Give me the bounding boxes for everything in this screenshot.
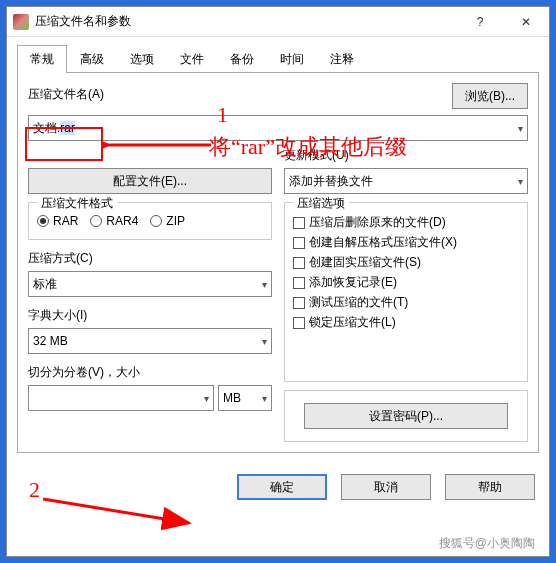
profiles-button[interactable]: 配置文件(E)... [28, 168, 272, 194]
opt-solid[interactable]: 创建固实压缩文件(S) [293, 254, 519, 271]
dict-combo[interactable]: 32 MB ▾ [28, 328, 272, 354]
close-button[interactable]: ✕ [503, 7, 549, 37]
dict-value: 32 MB [33, 334, 68, 348]
cancel-button[interactable]: 取消 [341, 474, 431, 500]
method-value: 标准 [33, 276, 57, 293]
chevron-down-icon: ▾ [262, 336, 267, 347]
chevron-down-icon: ▾ [518, 176, 523, 187]
password-group: 设置密码(P)... [284, 390, 528, 442]
help-footer-button[interactable]: 帮助 [445, 474, 535, 500]
radio-rar4[interactable]: RAR4 [90, 214, 138, 228]
radio-zip[interactable]: ZIP [150, 214, 185, 228]
tab-time[interactable]: 时间 [267, 45, 317, 73]
method-combo[interactable]: 标准 ▾ [28, 271, 272, 297]
tab-backup[interactable]: 备份 [217, 45, 267, 73]
update-mode-value: 添加并替换文件 [289, 173, 373, 190]
chevron-down-icon: ▾ [262, 393, 267, 404]
update-mode-label: 更新模式(U) [284, 147, 528, 164]
browse-button[interactable]: 浏览(B)... [452, 83, 528, 109]
tab-files[interactable]: 文件 [167, 45, 217, 73]
tab-options[interactable]: 选项 [117, 45, 167, 73]
split-unit-combo[interactable]: MB ▾ [218, 385, 272, 411]
format-group-title: 压缩文件格式 [37, 195, 117, 212]
tab-advanced[interactable]: 高级 [67, 45, 117, 73]
tab-panel: 压缩文件名(A) 浏览(B)... 文档.rar ▾ 配置文件(E)... 更新… [17, 72, 539, 453]
tab-general[interactable]: 常规 [17, 45, 67, 73]
help-button[interactable]: ? [457, 7, 503, 37]
dict-label: 字典大小(I) [28, 307, 272, 324]
archive-name-selection: rar [60, 121, 75, 135]
watermark: 搜狐号@小奥陶陶 [433, 534, 541, 553]
window-title: 压缩文件名和参数 [35, 13, 457, 30]
split-unit-value: MB [223, 391, 241, 405]
chevron-down-icon: ▾ [262, 279, 267, 290]
archive-name-input[interactable]: 文档.rar ▾ [28, 115, 528, 141]
options-group-title: 压缩选项 [293, 195, 349, 212]
title-bar: 压缩文件名和参数 ? ✕ [7, 7, 549, 37]
archive-name-label: 压缩文件名(A) [28, 86, 104, 103]
format-group: 压缩文件格式 RAR RAR4 ZIP [28, 202, 272, 240]
split-size-combo[interactable]: ▾ [28, 385, 214, 411]
opt-lock[interactable]: 锁定压缩文件(L) [293, 314, 519, 331]
app-icon [13, 14, 29, 30]
tab-comment[interactable]: 注释 [317, 45, 367, 73]
opt-recovery[interactable]: 添加恢复记录(E) [293, 274, 519, 291]
opt-test[interactable]: 测试压缩的文件(T) [293, 294, 519, 311]
archive-name-prefix: 文档. [33, 121, 60, 135]
tab-strip: 常规 高级 选项 文件 备份 时间 注释 [7, 37, 549, 73]
set-password-button[interactable]: 设置密码(P)... [304, 403, 507, 429]
dialog-footer: 确定 取消 帮助 [7, 464, 549, 510]
split-label: 切分为分卷(V)，大小 [28, 364, 272, 381]
update-mode-combo[interactable]: 添加并替换文件 ▾ [284, 168, 528, 194]
chevron-down-icon: ▾ [204, 393, 209, 404]
method-label: 压缩方式(C) [28, 250, 272, 267]
radio-rar[interactable]: RAR [37, 214, 78, 228]
ok-button[interactable]: 确定 [237, 474, 327, 500]
dialog-window: 压缩文件名和参数 ? ✕ 常规 高级 选项 文件 备份 时间 注释 压缩文件名(… [6, 6, 550, 557]
chevron-down-icon: ▾ [518, 123, 523, 134]
opt-delete-after[interactable]: 压缩后删除原来的文件(D) [293, 214, 519, 231]
options-group: 压缩选项 压缩后删除原来的文件(D) 创建自解压格式压缩文件(X) 创建固实压缩… [284, 202, 528, 382]
opt-sfx[interactable]: 创建自解压格式压缩文件(X) [293, 234, 519, 251]
